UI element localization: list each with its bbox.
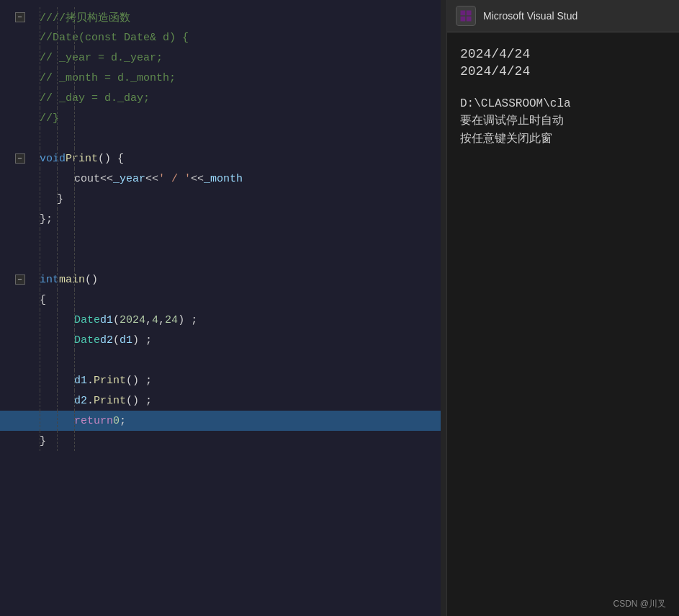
token-comment: //} <box>40 112 59 125</box>
line-code: Date d1(2024, 4, 24) ; <box>40 310 446 330</box>
svg-rect-3 <box>467 17 472 22</box>
indent-guide <box>74 431 75 451</box>
line-code: void Print() { <box>40 148 446 169</box>
code-line: // _year = d._year; <box>0 48 446 68</box>
line-code <box>40 350 446 370</box>
token-punct: . <box>87 375 94 387</box>
code-line: d1.Print() ; <box>0 370 446 390</box>
terminal-body: 2024/4/24 2024/4/24 D:\CLASSROOM\cla 要在调… <box>447 32 679 592</box>
token-punct: << <box>100 173 113 185</box>
line-code: d2.Print() ; <box>40 390 446 411</box>
code-editor: −////拷贝构造函数//Date(const Date& d) {// _ye… <box>0 0 446 616</box>
indent-guide <box>40 350 40 370</box>
output-line-1: 2024/4/24 <box>460 47 666 61</box>
terminal-panel: Microsoft Visual Stud 2024/4/24 2024/4/2… <box>446 0 679 616</box>
token-punct: } <box>57 193 63 205</box>
line-code: } <box>40 189 446 209</box>
token-kw: void <box>40 153 66 165</box>
token-punct: ( <box>113 334 120 347</box>
line-code <box>40 229 446 249</box>
token-str: ' / ' <box>158 173 191 185</box>
indent-guide <box>74 350 75 370</box>
collapse-btn[interactable]: − <box>15 153 25 164</box>
code-line: Date d1(2024, 4, 24) ; <box>0 310 446 330</box>
collapse-btn[interactable]: − <box>15 12 25 22</box>
indent-guide <box>40 390 40 411</box>
token-var: d1 <box>74 375 87 387</box>
scrollbar[interactable] <box>441 0 446 616</box>
code-line: Date d2(d1) ; <box>0 330 446 350</box>
indent-guide <box>57 209 58 229</box>
gutter: − <box>0 274 40 285</box>
code-line: return 0; <box>0 411 446 431</box>
indent-guide <box>40 411 40 431</box>
token-num: 24 <box>165 314 178 326</box>
indent-guide <box>57 128 58 148</box>
indent-guide <box>74 209 75 229</box>
code-line <box>0 350 446 370</box>
token-punct: { <box>40 294 46 306</box>
line-code: }; <box>40 209 446 229</box>
token-punct: } <box>40 435 46 447</box>
line-code <box>40 128 446 148</box>
line-code: int main() <box>40 269 446 290</box>
code-line: } <box>0 431 446 451</box>
token-punct: () ; <box>126 395 152 407</box>
indent-guide <box>40 229 40 249</box>
code-line <box>0 229 446 249</box>
token-num: 0 <box>113 415 120 427</box>
indent-guide <box>40 370 40 390</box>
terminal-header: Microsoft Visual Stud <box>447 0 679 32</box>
code-line: d2.Print() ; <box>0 390 446 411</box>
indent-guide <box>40 189 40 209</box>
code-line: } <box>0 189 446 209</box>
indent-guide <box>57 411 58 431</box>
token-punct: }; <box>40 213 53 226</box>
terminal-title: Microsoft Visual Stud <box>483 10 577 22</box>
token-num: 4 <box>152 314 158 326</box>
code-line: // _day = d._day; <box>0 88 446 108</box>
gutter: − <box>0 153 40 164</box>
gutter: − <box>0 12 40 22</box>
indent-guide <box>57 350 58 370</box>
terminal-chinese-1: 要在调试停止时自动 <box>460 113 666 128</box>
line-code: // _month = d._month; <box>40 68 446 88</box>
indent-guide <box>57 290 58 310</box>
indent-guide <box>74 189 75 209</box>
indent-guide <box>57 310 58 330</box>
indent-guide <box>57 370 58 390</box>
token-punct: () { <box>98 153 124 165</box>
token-punct: , <box>145 314 152 326</box>
token-punct: () ; <box>126 375 152 387</box>
token-var: d1 <box>120 334 132 347</box>
svg-rect-0 <box>461 11 466 16</box>
collapse-btn[interactable]: − <box>15 274 25 285</box>
indent-guide <box>40 310 40 330</box>
token-func: Print <box>94 375 126 387</box>
code-line: }; <box>0 209 446 229</box>
line-code: //} <box>40 108 446 128</box>
token-comment: // _month = d._month; <box>40 72 176 84</box>
token-func: Print <box>66 153 98 165</box>
indent-guide <box>57 390 58 411</box>
indent-guide <box>74 128 75 148</box>
terminal-chinese-2: 按任意键关闭此窗 <box>460 131 666 146</box>
token-num: 2024 <box>120 314 145 326</box>
code-line <box>0 128 446 148</box>
token-type: Date <box>74 334 100 347</box>
vs-icon <box>456 6 476 26</box>
token-punct: << <box>145 173 158 185</box>
indent-guide <box>74 229 75 249</box>
token-punct: << <box>191 173 204 185</box>
indent-guide <box>40 169 40 189</box>
code-line: −int main() <box>0 269 446 290</box>
token-comment: ////拷贝构造函数 <box>40 11 130 24</box>
token-punct: , <box>158 314 165 326</box>
svg-rect-1 <box>467 11 472 16</box>
code-line: −////拷贝构造函数 <box>0 7 446 27</box>
code-line: −void Print() { <box>0 148 446 169</box>
line-code <box>40 249 446 269</box>
terminal-path: D:\CLASSROOM\cla <box>460 97 666 110</box>
token-punct: ) ; <box>178 314 197 326</box>
indent-guide <box>57 431 58 451</box>
